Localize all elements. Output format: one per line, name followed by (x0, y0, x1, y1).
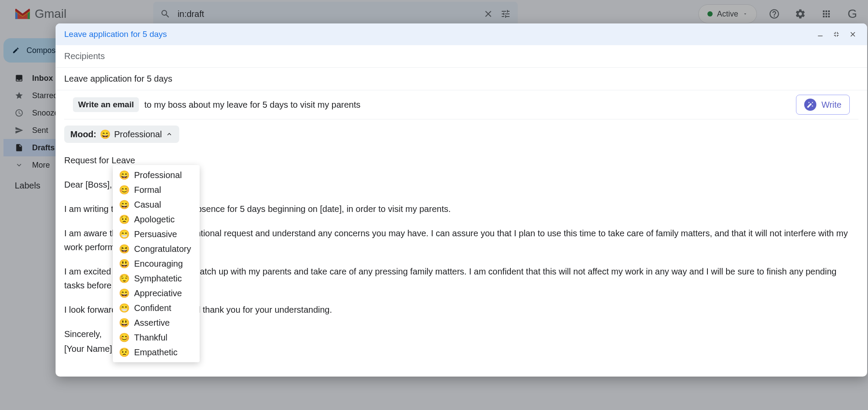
mood-emoji-icon: 😄 (100, 129, 111, 139)
write-button-label: Write (822, 100, 842, 110)
mood-label: Mood: (70, 129, 96, 139)
compose-title: Leave application for 5 days (64, 30, 167, 39)
mood-option-professional[interactable]: 😄Professional (113, 168, 200, 182)
mood-option-symphatetic[interactable]: 😌Symphatetic (113, 271, 200, 286)
mood-option-encouraging[interactable]: 😃Encouraging (113, 256, 200, 271)
mood-selector[interactable]: Mood: 😄 Professional (64, 126, 179, 143)
mood-option-formal[interactable]: 😊Formal (113, 182, 200, 197)
mood-option-persuasive[interactable]: 😁Persuasive (113, 227, 200, 241)
mood-option-assertive[interactable]: 😃Assertive (113, 315, 200, 330)
close-icon[interactable] (847, 29, 858, 40)
mood-selected: Professional (114, 129, 162, 139)
magic-wand-icon (804, 99, 816, 111)
write-button[interactable]: Write (796, 95, 850, 115)
write-prompt-input[interactable]: to my boss about my leave for 5 days to … (144, 100, 790, 110)
write-an-email-chip: Write an email (73, 97, 139, 112)
mood-option-congratulatory[interactable]: 😆Congratulatory (113, 241, 200, 256)
mood-option-apologetic[interactable]: 😟Apologetic (113, 212, 200, 227)
subject-field[interactable]: Leave application for 5 days (56, 68, 867, 90)
fullscreen-exit-icon[interactable] (831, 29, 842, 40)
chevron-up-icon (165, 130, 173, 138)
mood-option-confident[interactable]: 😁Confident (113, 301, 200, 315)
compose-header: Leave application for 5 days (56, 23, 867, 45)
mood-option-appreciative[interactable]: 😄Appreciative (113, 286, 200, 301)
mood-option-casual[interactable]: 😄Casual (113, 197, 200, 212)
mood-dropdown: 😄Professional 😊Formal 😄Casual 😟Apologeti… (113, 165, 200, 362)
minimize-icon[interactable] (815, 29, 825, 40)
mood-option-empathetic[interactable]: 😟Empathetic (113, 345, 200, 360)
recipients-field[interactable]: Recipients (56, 45, 867, 68)
mood-option-thankful[interactable]: 😊Thankful (113, 330, 200, 345)
